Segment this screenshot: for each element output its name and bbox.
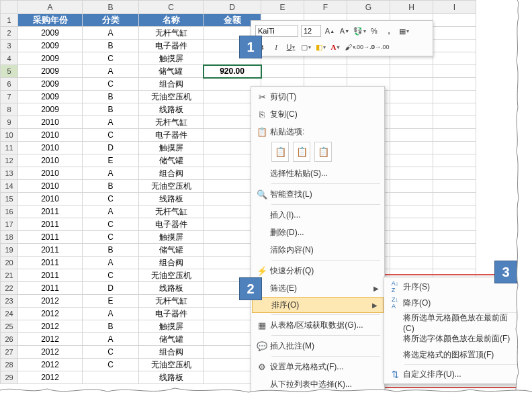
cell[interactable]: 2009: [18, 27, 83, 40]
cell[interactable]: B: [83, 103, 139, 116]
accounting-format-icon[interactable]: 💱: [353, 25, 365, 37]
col-header-H[interactable]: H: [390, 1, 433, 14]
cell[interactable]: [390, 218, 433, 231]
cell[interactable]: B: [83, 91, 139, 103]
row-header-29[interactable]: 29: [1, 371, 18, 384]
row-header-8[interactable]: 8: [1, 103, 18, 116]
row-header-11[interactable]: 11: [1, 142, 18, 154]
cell[interactable]: 2012: [18, 371, 83, 384]
decrease-font-icon[interactable]: A▼: [339, 25, 351, 37]
cell[interactable]: 2010: [18, 193, 83, 206]
cell[interactable]: 2009: [18, 78, 83, 91]
cell[interactable]: 触摸屏: [139, 320, 204, 333]
cell[interactable]: B: [83, 180, 139, 193]
row-header-24[interactable]: 24: [1, 308, 18, 320]
cell[interactable]: [433, 257, 476, 269]
cell[interactable]: D: [83, 282, 139, 295]
cell[interactable]: C: [83, 346, 139, 359]
cell[interactable]: A: [83, 27, 139, 40]
row-header-21[interactable]: 21: [1, 269, 18, 282]
menu-show-pinyin[interactable]: wén文显示拼音字段(S): [251, 393, 384, 409]
cell[interactable]: [390, 103, 433, 116]
cell[interactable]: 2012: [18, 320, 83, 333]
cell[interactable]: 2011: [18, 244, 83, 257]
cell[interactable]: 线路板: [139, 193, 204, 206]
col-header-B[interactable]: B: [83, 1, 139, 14]
cell[interactable]: C: [83, 359, 139, 371]
cell[interactable]: [390, 65, 433, 78]
cell[interactable]: 储气罐: [139, 333, 204, 346]
menu-sort[interactable]: 排序(O)▶: [252, 297, 384, 313]
cell[interactable]: 2011: [18, 218, 83, 231]
cell[interactable]: [304, 65, 347, 78]
cell[interactable]: [390, 154, 433, 167]
row-header-26[interactable]: 26: [1, 333, 18, 346]
cell[interactable]: 2012: [18, 308, 83, 320]
table-header-name[interactable]: 名称: [139, 14, 204, 27]
menu-cut[interactable]: ✂剪切(T): [251, 88, 384, 105]
cell[interactable]: B: [83, 244, 139, 257]
cell[interactable]: 线路板: [139, 282, 204, 295]
row-header-5[interactable]: 5: [1, 65, 18, 78]
cell[interactable]: A: [83, 333, 139, 346]
cell[interactable]: [433, 14, 476, 27]
cell[interactable]: [433, 78, 476, 91]
cell[interactable]: 触摸屏: [139, 52, 204, 65]
cell[interactable]: [433, 206, 476, 218]
submenu-format-icon-top[interactable]: 将选定格式的图标置顶(F): [384, 347, 521, 363]
cell[interactable]: 无杆气缸: [139, 116, 204, 129]
col-header-G[interactable]: G: [347, 1, 390, 14]
cell[interactable]: [390, 231, 433, 244]
cell[interactable]: 2011: [18, 269, 83, 282]
menu-format-cells[interactable]: ⚙设置单元格格式(F)...: [251, 358, 384, 375]
cell[interactable]: 组合阀: [139, 257, 204, 269]
cell[interactable]: [433, 103, 476, 116]
increase-font-icon[interactable]: A▲: [324, 25, 336, 37]
cell[interactable]: 组合阀: [139, 78, 204, 91]
cell[interactable]: 电子器件: [139, 129, 204, 142]
cell[interactable]: C: [83, 52, 139, 65]
cell[interactable]: [433, 218, 476, 231]
cell[interactable]: [261, 65, 304, 78]
submenu-custom-sort[interactable]: ⇅自定义排序(U)...: [384, 366, 521, 382]
cell[interactable]: 2011: [18, 282, 83, 295]
cell[interactable]: 2010: [18, 154, 83, 167]
cell[interactable]: A: [83, 65, 139, 78]
row-header-16[interactable]: 16: [1, 206, 18, 218]
menu-clear[interactable]: 清除内容(N): [251, 241, 384, 259]
cell[interactable]: [433, 231, 476, 244]
row-header-1[interactable]: 1: [1, 14, 18, 27]
menu-insert[interactable]: 插入(I)...: [251, 206, 384, 224]
cell[interactable]: 2010: [18, 142, 83, 154]
cell[interactable]: [390, 180, 433, 193]
row-header-2[interactable]: 2: [1, 27, 18, 40]
cell[interactable]: 2009: [18, 91, 83, 103]
cell[interactable]: B: [83, 40, 139, 52]
cell[interactable]: A: [83, 206, 139, 218]
percent-icon[interactable]: %: [368, 25, 380, 37]
decrease-decimal-icon[interactable]: .00→.0: [359, 41, 371, 53]
row-header-15[interactable]: 15: [1, 193, 18, 206]
select-all-corner[interactable]: [1, 1, 18, 14]
paste-option-3-icon[interactable]: 📋: [314, 142, 332, 162]
selected-cell[interactable]: 920.00: [204, 65, 261, 78]
cell[interactable]: [433, 65, 476, 78]
cell[interactable]: 2009: [18, 65, 83, 78]
cell[interactable]: 无油空压机: [139, 91, 204, 103]
row-header-9[interactable]: 9: [1, 116, 18, 129]
cell[interactable]: 2009: [18, 52, 83, 65]
cell[interactable]: [433, 154, 476, 167]
cell[interactable]: 无杆气缸: [139, 206, 204, 218]
submenu-font-color-top[interactable]: 将所选字体颜色放在最前面(F): [384, 330, 521, 347]
cell[interactable]: 2012: [18, 346, 83, 359]
cell[interactable]: [433, 52, 476, 65]
cell[interactable]: [390, 91, 433, 103]
cell[interactable]: C: [83, 269, 139, 282]
cell[interactable]: A: [83, 116, 139, 129]
row-header-10[interactable]: 10: [1, 129, 18, 142]
italic-icon[interactable]: I: [270, 41, 282, 53]
cell[interactable]: 2010: [18, 180, 83, 193]
cell[interactable]: 储气罐: [139, 154, 204, 167]
cell[interactable]: [390, 142, 433, 154]
row-header-13[interactable]: 13: [1, 167, 18, 180]
